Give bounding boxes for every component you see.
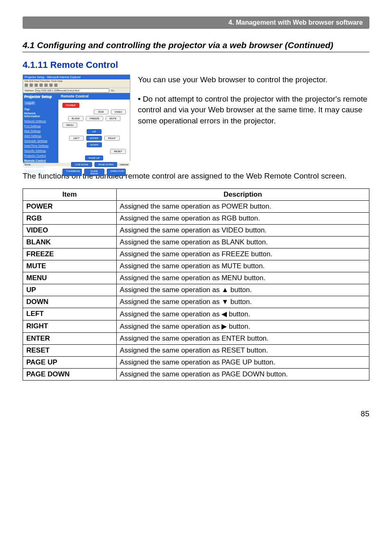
blank-button[interactable]: BLANK [68, 116, 84, 121]
stop-icon [35, 84, 38, 87]
item-cell: MUTE [23, 260, 117, 272]
item-description-table: Item Description POWERAssigned the same … [23, 188, 369, 381]
section-heading: 4.1 Configuring and controlling the proj… [23, 40, 369, 50]
page-down-button[interactable]: PAGE DOWN [95, 162, 117, 167]
sidebar-information-label: Information [24, 115, 40, 118]
sidebar-heading: Projector Setup [24, 95, 57, 99]
description-cell: Assigned the same operation as BLANK but… [116, 236, 369, 248]
address-input[interactable] [35, 88, 109, 93]
item-cell: POWER [23, 200, 117, 212]
table-row: PAGE UPAssigned the same operation as PA… [23, 356, 369, 368]
description-cell: Assigned the same operation as PAGE UP b… [116, 356, 369, 368]
table-row: BLANKAssigned the same operation as BLAN… [23, 236, 369, 248]
window-toolbar [23, 83, 130, 88]
th-item: Item [23, 188, 117, 200]
menu-button[interactable]: MENU [62, 123, 77, 128]
item-cell: DOWN [23, 296, 117, 308]
sidebar-link-network-settings[interactable]: Network Settings [24, 119, 57, 124]
item-cell: RGB [23, 212, 117, 224]
favorites-icon [54, 84, 58, 87]
table-row: MUTEAssigned the same operation as MUTE … [23, 260, 369, 272]
sidebar-link-security-settings[interactable]: Security Settings [24, 149, 57, 153]
right-button[interactable]: RIGHT [104, 136, 120, 141]
table-row: LEFTAssigned the same operation as ◀ but… [23, 308, 369, 320]
sidebar-link-schedule-settings[interactable]: Schedule Settings [24, 139, 57, 144]
status-left: Done [25, 163, 30, 166]
table-row: DOWNAssigned the same operation as ▼ but… [23, 296, 369, 308]
description-cell: Assigned the same operation as POWER but… [116, 200, 369, 212]
logoff-button[interactable]: Logoff [24, 101, 35, 105]
main-panel-title: Remote Control [58, 93, 130, 100]
table-row: FREEZEAssigned the same operation as FRE… [23, 248, 369, 260]
sidebar-link-mail-settings[interactable]: Mail Settings [24, 129, 57, 134]
item-cell: BLANK [23, 236, 117, 248]
item-cell: VIDEO [23, 224, 117, 236]
rgb-button[interactable]: RGB [94, 109, 108, 114]
video-button[interactable]: VIDEO [111, 109, 126, 114]
description-cell: Assigned the same operation as ▼ button. [116, 296, 369, 308]
status-right: Internet [120, 163, 128, 166]
table-header-row: Item Description [23, 188, 369, 200]
item-cell: RESET [23, 344, 117, 356]
item-cell: MENU [23, 272, 117, 284]
description-cell: Assigned the same operation as MENU butt… [116, 272, 369, 284]
description-cell: Assigned the same operation as FREEZE bu… [116, 248, 369, 260]
sidebar-link-network-restart[interactable]: Network Restart [24, 168, 57, 173]
sidebar-link-datetime-settings[interactable]: Date/Time Settings [24, 144, 57, 149]
item-cell: PAGE DOWN [23, 368, 117, 380]
freeze-button[interactable]: FREEZE [86, 116, 103, 121]
sidebar-link-remote-control[interactable]: Remote Control [24, 158, 57, 163]
sidebar-link-port-settings[interactable]: Port Settings [24, 124, 57, 129]
up-button[interactable]: UP [87, 129, 101, 134]
description-cell: Assigned the same operation as ▲ button. [116, 284, 369, 296]
table-row: MENUAssigned the same operation as MENU … [23, 272, 369, 284]
th-description: Description [116, 188, 369, 200]
window-menubar: File Edit View Favorites Tools Help [23, 79, 130, 83]
left-button[interactable]: LEFT [69, 136, 84, 141]
description-cell: Assigned the same operation as RGB butto… [116, 212, 369, 224]
subsection-heading: 4.1.11 Remote Control [23, 60, 369, 70]
description-cell: Assigned the same operation as RESET but… [116, 344, 369, 356]
slide-show-button[interactable]: SLIDE SHOW [84, 169, 104, 176]
intro-p1: You can use your Web browser to control … [138, 74, 369, 86]
table-row: ENTERAssigned the same operation as ENTE… [23, 332, 369, 344]
enter-button[interactable]: ENTER [86, 136, 102, 141]
directory-button[interactable]: DIRECTORY [107, 169, 126, 176]
description-cell: Assigned the same operation as MUTE butt… [116, 260, 369, 272]
table-row: PAGE DOWNAssigned the same operation as … [23, 368, 369, 380]
item-cell: ENTER [23, 332, 117, 344]
sidebar-link-projector-control[interactable]: Projector Control [24, 153, 57, 158]
description-cell: Assigned the same operation as ◀ button. [116, 308, 369, 320]
go-button[interactable]: Go [111, 89, 114, 92]
table-row: RGBAssigned the same operation as RGB bu… [23, 212, 369, 224]
table-row: POWERAssigned the same operation as POWE… [23, 200, 369, 212]
table-row: UPAssigned the same operation as ▲ butto… [23, 284, 369, 296]
refresh-icon [39, 84, 43, 87]
item-cell: PAGE UP [23, 356, 117, 368]
forward-icon [30, 84, 33, 87]
description-cell: Assigned the same operation as ▶ button. [116, 320, 369, 332]
live-mode-button[interactable]: LIVE MODE [71, 162, 92, 167]
description-cell: Assigned the same operation as PAGE DOWN… [116, 368, 369, 380]
item-cell: RIGHT [23, 320, 117, 332]
home-icon [44, 84, 48, 87]
screenshot-browser-window: Projector Setup - Microsoft Internet Exp… [23, 74, 130, 161]
item-cell: FREEZE [23, 248, 117, 260]
chapter-bar: 4. Management with Web browser software [23, 16, 369, 29]
description-cell: Assigned the same operation as VIDEO but… [116, 224, 369, 236]
thumbnail-button[interactable]: THUMBNAIL [62, 169, 82, 176]
power-button[interactable]: POWER [62, 103, 79, 108]
reset-button[interactable]: RESET [110, 149, 126, 154]
sidebar: Projector Setup Logoff Top: NetworkInfor… [23, 93, 58, 163]
address-label: Address [25, 89, 34, 92]
sidebar-network-label: Network [24, 112, 36, 115]
page-up-button[interactable]: PAGE UP [85, 155, 103, 160]
sidebar-link-alert-settings[interactable]: Alert Settings [24, 134, 57, 139]
item-cell: UP [23, 284, 117, 296]
window-title: Projector Setup - Microsoft Internet Exp… [23, 75, 130, 79]
section-divider [23, 52, 369, 52]
back-icon [25, 84, 28, 87]
down-button[interactable]: DOWN [87, 142, 102, 147]
page-number: 85 [23, 409, 369, 418]
mute-button[interactable]: MUTE [106, 116, 120, 121]
